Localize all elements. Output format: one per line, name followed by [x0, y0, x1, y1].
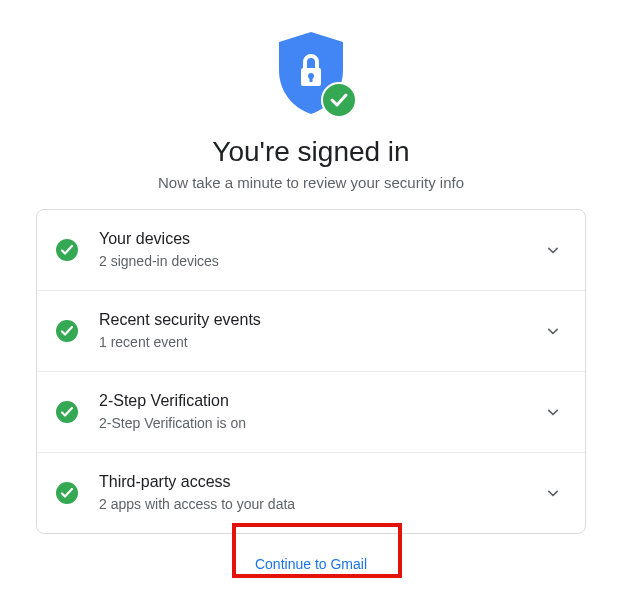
chevron-down-icon	[543, 321, 563, 341]
row-text: 2-Step Verification 2-Step Verification …	[99, 390, 531, 434]
check-circle-icon	[55, 400, 79, 424]
continue-to-gmail-link[interactable]: Continue to Gmail	[255, 556, 367, 572]
shield-lock-icon	[275, 30, 347, 120]
row-2-step-verification[interactable]: 2-Step Verification 2-Step Verification …	[37, 372, 585, 453]
check-circle-icon	[55, 481, 79, 505]
page-subtitle: Now take a minute to review your securit…	[36, 174, 586, 191]
security-checkup-panel: You're signed in Now take a minute to re…	[0, 0, 622, 573]
row-text: Your devices 2 signed-in devices	[99, 228, 531, 272]
row-sub: 1 recent event	[99, 333, 531, 353]
check-circle-icon	[55, 238, 79, 262]
row-sub: 2-Step Verification is on	[99, 414, 531, 434]
security-card: Your devices 2 signed-in devices Recent …	[36, 209, 586, 534]
footer: Continue to Gmail	[36, 534, 586, 573]
chevron-down-icon	[543, 483, 563, 503]
row-sub: 2 apps with access to your data	[99, 495, 531, 515]
check-badge-icon	[321, 82, 357, 122]
row-title: Recent security events	[99, 309, 531, 331]
row-recent-security-events[interactable]: Recent security events 1 recent event	[37, 291, 585, 372]
row-title: 2-Step Verification	[99, 390, 531, 412]
row-sub: 2 signed-in devices	[99, 252, 531, 272]
row-text: Third-party access 2 apps with access to…	[99, 471, 531, 515]
row-title: Third-party access	[99, 471, 531, 493]
row-text: Recent security events 1 recent event	[99, 309, 531, 353]
chevron-down-icon	[543, 402, 563, 422]
hero: You're signed in Now take a minute to re…	[36, 20, 586, 191]
check-circle-icon	[55, 319, 79, 343]
row-third-party-access[interactable]: Third-party access 2 apps with access to…	[37, 453, 585, 533]
svg-rect-2	[310, 76, 313, 82]
chevron-down-icon	[543, 240, 563, 260]
row-title: Your devices	[99, 228, 531, 250]
page-title: You're signed in	[36, 136, 586, 168]
svg-point-3	[322, 83, 356, 117]
row-your-devices[interactable]: Your devices 2 signed-in devices	[37, 210, 585, 291]
